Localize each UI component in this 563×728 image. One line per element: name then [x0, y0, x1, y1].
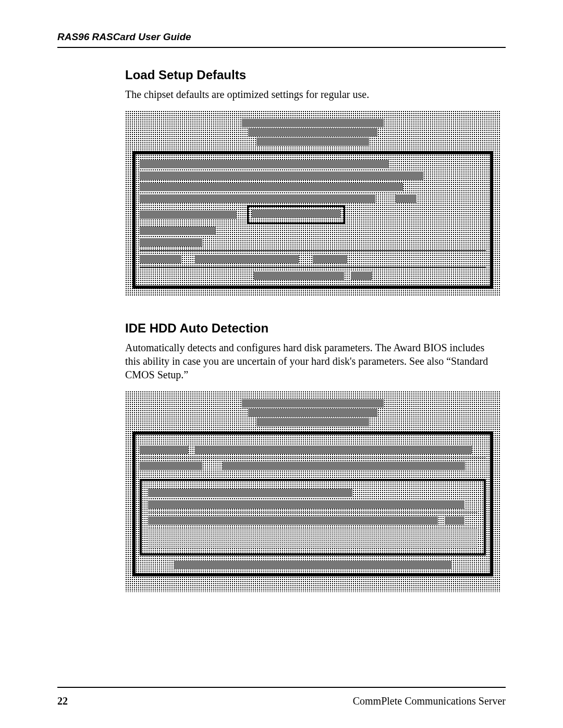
bios-screenshot-load-defaults	[125, 110, 500, 296]
section-body-load-defaults: The chipset defaults are optimized setti…	[125, 88, 500, 101]
section-title-load-defaults: Load Setup Defaults	[125, 68, 500, 82]
page-number: 22	[57, 695, 68, 707]
section-title-ide-hdd: IDE HDD Auto Detection	[125, 321, 500, 336]
footer-product: CommPlete Communications Server	[353, 695, 506, 707]
section-body-ide-hdd: Automatically detects and configures har…	[125, 341, 500, 381]
bios-screenshot-ide-hdd	[125, 391, 500, 592]
page-footer: 22 CommPlete Communications Server	[57, 687, 506, 707]
running-header: RAS96 RASCard User Guide	[57, 31, 506, 48]
